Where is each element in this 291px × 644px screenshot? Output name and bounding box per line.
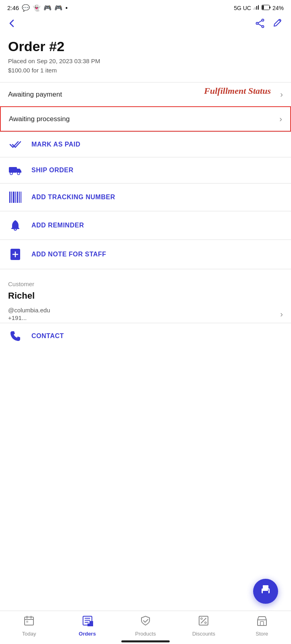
svg-rect-22	[11, 228, 19, 229]
svg-line-37	[201, 618, 206, 623]
mark-as-paid-label: MARK AS PAID	[31, 141, 81, 148]
customer-chevron-icon: ›	[280, 310, 283, 319]
order-placed-on: Placed on Sep 20, 2023 03:38 PM	[8, 57, 283, 66]
add-note-button[interactable]: ADD NOTE FOR STAFF	[0, 240, 291, 269]
processing-chevron-icon: ›	[279, 114, 282, 124]
battery-percent: 24%	[272, 5, 284, 11]
fab-print-button[interactable]	[253, 579, 278, 604]
svg-point-13	[10, 172, 12, 175]
svg-rect-28	[263, 591, 268, 594]
processing-status-row[interactable]: Awaiting processing ›	[0, 106, 291, 132]
nav-products-label: Products	[135, 631, 156, 637]
bottom-nav: Today Orders Products	[0, 611, 291, 644]
add-note-label: ADD NOTE FOR STAFF	[31, 251, 106, 258]
nav-store[interactable]: Store	[233, 615, 291, 637]
store-icon	[256, 615, 268, 629]
ship-order-button[interactable]: SHIP ORDER	[0, 157, 291, 183]
nav-orders-label: Orders	[79, 631, 96, 637]
svg-rect-30	[25, 617, 33, 625]
svg-point-38	[201, 618, 202, 619]
order-amount: $100.00 for 1 item	[8, 66, 283, 75]
payment-status-row[interactable]: Awaiting payment Fulfillment Status ›	[0, 83, 291, 106]
back-button[interactable]	[6, 18, 17, 31]
battery-icon	[262, 5, 270, 11]
svg-point-9	[256, 23, 258, 25]
nav-discounts[interactable]: Discounts	[175, 615, 233, 637]
payment-status-label: Awaiting payment	[8, 91, 62, 99]
discounts-icon	[198, 615, 209, 629]
status-time: 2:46	[7, 4, 19, 11]
status-left: 2:46 💬 👻 🎮 🎮 •	[7, 4, 68, 12]
game2-icon: 🎮	[54, 4, 62, 12]
header-actions	[255, 18, 283, 31]
customer-phone: +191...	[8, 314, 50, 321]
svg-marker-2	[255, 7, 256, 10]
today-icon	[23, 615, 35, 629]
svg-rect-5	[262, 5, 264, 9]
status-right: 5G UC 24%	[234, 4, 284, 12]
phone-icon	[8, 330, 23, 342]
note-plus-icon	[8, 248, 23, 261]
network-label: 5G UC	[234, 5, 251, 11]
nav-products[interactable]: Products	[116, 615, 175, 637]
svg-rect-42	[260, 621, 264, 625]
nav-discounts-label: Discounts	[192, 631, 215, 637]
customer-contact-info: @columbia.edu +191...	[8, 307, 50, 321]
customer-name: Richel	[8, 291, 283, 301]
processing-status-label: Awaiting processing	[9, 115, 70, 123]
add-reminder-button[interactable]: ADD REMINDER	[0, 211, 291, 239]
svg-marker-0	[258, 5, 259, 10]
nav-orders[interactable]: Orders	[58, 615, 116, 637]
edit-button[interactable]	[272, 18, 283, 31]
nav-today-label: Today	[22, 631, 36, 637]
share-button[interactable]	[255, 18, 265, 31]
add-reminder-label: ADD REMINDER	[31, 222, 84, 229]
signal-icon	[253, 4, 260, 12]
svg-rect-19	[17, 192, 18, 203]
order-section: Order #2 Placed on Sep 20, 2023 03:38 PM…	[0, 35, 291, 82]
svg-point-39	[205, 622, 206, 623]
fulfillment-badge: Fulfillment Status	[204, 86, 271, 96]
game-icon: 🎮	[44, 4, 52, 12]
svg-rect-40	[258, 620, 266, 625]
add-tracking-button[interactable]: ADD TRACKING NUMBER	[0, 184, 291, 211]
svg-rect-20	[19, 192, 20, 203]
contact-button[interactable]: CONTACT	[0, 323, 291, 349]
whatsapp-icon: 💬	[22, 4, 30, 12]
add-tracking-label: ADD TRACKING NUMBER	[31, 194, 115, 201]
svg-rect-16	[11, 192, 12, 203]
print-icon	[260, 584, 271, 599]
svg-rect-18	[15, 192, 16, 203]
payment-chevron-icon: ›	[280, 90, 283, 99]
ship-order-label: SHIP ORDER	[31, 167, 73, 174]
customer-section: Customer Richel @columbia.edu +191... ›	[0, 269, 291, 323]
orders-icon	[82, 615, 93, 629]
home-indicator	[121, 640, 170, 642]
customer-contact-row[interactable]: @columbia.edu +191... ›	[8, 303, 283, 323]
svg-rect-6	[270, 6, 270, 8]
svg-rect-21	[21, 192, 21, 203]
header	[0, 14, 291, 35]
dot-icon: •	[65, 4, 68, 12]
mark-as-paid-button[interactable]: MARK AS PAID	[0, 132, 291, 157]
nav-today[interactable]: Today	[0, 615, 58, 637]
svg-point-8	[262, 26, 264, 28]
bell-icon	[8, 219, 23, 231]
contact-label: CONTACT	[31, 332, 64, 340]
customer-section-title: Customer	[8, 281, 283, 287]
svg-point-14	[17, 172, 20, 175]
double-check-icon	[8, 140, 23, 149]
svg-rect-12	[9, 167, 17, 173]
svg-rect-27	[263, 585, 268, 588]
svg-marker-1	[256, 6, 257, 10]
products-icon	[140, 615, 151, 629]
svg-rect-17	[13, 192, 15, 203]
svg-line-10	[258, 21, 262, 23]
status-bar: 2:46 💬 👻 🎮 🎮 • 5G UC 24%	[0, 0, 291, 14]
svg-point-29	[268, 589, 269, 590]
svg-marker-3	[253, 8, 254, 10]
order-title: Order #2	[8, 39, 283, 54]
svg-line-11	[258, 24, 262, 26]
svg-rect-15	[9, 192, 10, 203]
svg-rect-34	[26, 621, 28, 623]
